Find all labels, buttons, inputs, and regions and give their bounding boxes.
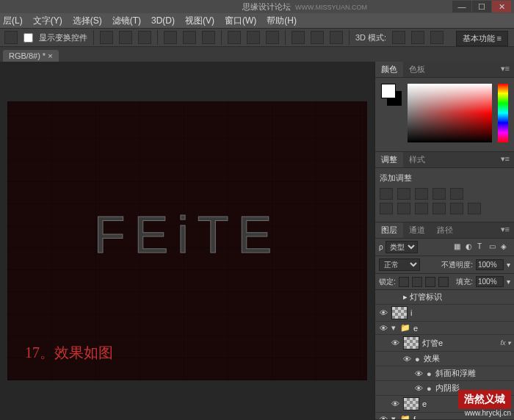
tool-preset-icon[interactable] (4, 31, 18, 44)
visibility-icon[interactable]: 👁 (378, 324, 388, 333)
align-icon[interactable] (119, 31, 132, 44)
hue-slider[interactable] (498, 84, 508, 142)
brightness-icon[interactable] (380, 188, 393, 200)
menu-3d[interactable]: 3D(D) (151, 15, 175, 26)
color-picker[interactable] (408, 84, 492, 142)
menu-filter[interactable]: 滤镜(T) (112, 15, 141, 27)
fx-badge[interactable]: fx ▾ (500, 339, 511, 347)
tab-adjustments[interactable]: 调整 (375, 152, 403, 167)
menu-select[interactable]: 选择(S) (73, 15, 102, 27)
distribute-icon[interactable] (292, 31, 305, 44)
visibility-icon[interactable]: 👁 (413, 384, 424, 393)
vibrance-icon[interactable] (450, 188, 463, 200)
3d-mode-icon[interactable] (392, 31, 405, 44)
visibility-icon[interactable]: 👁 (390, 399, 400, 408)
align-icon[interactable] (138, 31, 151, 44)
layer-name[interactable]: 效果 (424, 353, 511, 364)
lock-pixels-icon[interactable] (412, 277, 422, 287)
opacity-dropdown-icon[interactable]: ▾ (507, 261, 510, 269)
mixer-icon[interactable] (450, 203, 463, 214)
document-tab[interactable]: RGB/8#) * × (3, 50, 59, 62)
canvas[interactable]: FEiTE 17。效果如图 (7, 101, 367, 380)
lookup-icon[interactable] (468, 203, 481, 214)
curves-icon[interactable] (415, 188, 428, 200)
layer-row[interactable]: ▸ 灯管标识 (375, 290, 514, 305)
layer-row[interactable]: 👁●效果 (375, 352, 514, 366)
filter-adjust-icon[interactable]: ◐ (466, 242, 475, 252)
layer-name[interactable]: ▸ 灯管标识 (403, 292, 511, 303)
exposure-icon[interactable] (432, 188, 446, 200)
panel-menu-icon[interactable]: ▾≡ (496, 62, 514, 77)
panel-menu-icon[interactable]: ▾≡ (496, 152, 514, 167)
show-transform-checkbox[interactable] (23, 33, 33, 43)
minimize-button[interactable]: — (452, 1, 471, 12)
tab-paths[interactable]: 路径 (431, 222, 459, 238)
3d-mode-icon[interactable] (430, 31, 444, 44)
layer-row[interactable]: 👁灯管efx ▾ (375, 335, 514, 352)
folder-arrow-icon[interactable]: ▾ (391, 323, 397, 333)
layer-row[interactable]: 👁▾📁f (375, 413, 514, 420)
layer-name[interactable]: 斜面和浮雕 (435, 368, 511, 379)
filter-kind-icon[interactable]: ρ (379, 243, 383, 251)
workspace-selector[interactable]: 基本功能 ≡ (456, 31, 508, 46)
menu-view[interactable]: 视图(V) (185, 15, 214, 27)
lock-all-icon[interactable] (438, 277, 449, 287)
menu-help[interactable]: 帮助(H) (267, 15, 297, 27)
lock-transparent-icon[interactable] (399, 277, 409, 287)
lock-position-icon[interactable] (425, 277, 435, 287)
tab-channels[interactable]: 通道 (403, 222, 431, 238)
menu-text[interactable]: 文字(Y) (33, 15, 62, 27)
filter-kind-select[interactable]: 类型 (386, 241, 418, 253)
align-icon[interactable] (164, 31, 177, 44)
layer-row[interactable]: 👁●斜面和浮雕 (375, 366, 514, 381)
fill-value[interactable]: 100% (476, 276, 504, 287)
distribute-icon[interactable] (330, 31, 343, 44)
align-icon[interactable] (100, 31, 113, 44)
fill-dropdown-icon[interactable]: ▾ (507, 278, 510, 286)
visibility-icon[interactable]: 👁 (390, 338, 400, 347)
tab-styles[interactable]: 样式 (403, 152, 431, 167)
menu-layer[interactable]: 层(L) (3, 15, 23, 27)
filter-shape-icon[interactable]: ▭ (489, 242, 499, 252)
levels-icon[interactable] (397, 188, 410, 200)
align-icon[interactable] (183, 31, 196, 44)
layer-row[interactable]: 👁●内阴影 (375, 381, 514, 396)
filter-pixel-icon[interactable]: ▦ (454, 242, 463, 252)
distribute-icon[interactable] (228, 31, 241, 44)
visibility-icon[interactable]: 👁 (402, 355, 412, 363)
layer-name[interactable]: e (413, 324, 511, 333)
foreground-swatch[interactable] (381, 84, 396, 98)
menu-window[interactable]: 窗口(W) (225, 15, 256, 27)
filter-text-icon[interactable]: T (477, 242, 487, 252)
filter-smart-icon[interactable]: ◈ (501, 242, 510, 252)
hue-icon[interactable] (380, 203, 393, 214)
maximize-button[interactable]: ☐ (472, 1, 491, 12)
opacity-value[interactable]: 100% (476, 259, 504, 270)
3d-mode-icon[interactable] (411, 31, 424, 44)
visibility-icon[interactable]: 👁 (413, 369, 424, 378)
tab-color[interactable]: 颜色 (375, 62, 403, 77)
layer-name[interactable]: 灯管e (422, 338, 497, 349)
layer-row[interactable]: 👁▾📁e (375, 322, 514, 335)
panel-menu-icon[interactable]: ▾≡ (496, 222, 514, 238)
visibility-icon[interactable]: 👁 (378, 415, 388, 421)
layer-name[interactable]: i (410, 308, 511, 317)
blend-mode-select[interactable]: 正常 (379, 258, 420, 271)
layer-name[interactable]: 内阴影 (435, 383, 511, 394)
folder-arrow-icon[interactable]: ▾ (391, 414, 397, 420)
photo-filter-icon[interactable] (432, 203, 446, 214)
layer-row[interactable]: 👁e (375, 396, 514, 413)
canvas-area[interactable]: FEiTE 17。效果如图 (0, 62, 374, 420)
align-icon[interactable] (202, 31, 215, 44)
tab-swatches[interactable]: 色板 (403, 62, 431, 77)
balance-icon[interactable] (397, 203, 410, 214)
tab-layers[interactable]: 图层 (375, 222, 403, 238)
layer-name[interactable]: e (422, 399, 511, 408)
distribute-icon[interactable] (247, 31, 260, 44)
distribute-icon[interactable] (266, 31, 279, 44)
bw-icon[interactable] (415, 203, 428, 214)
layer-name[interactable]: f (413, 415, 511, 421)
distribute-icon[interactable] (311, 31, 324, 44)
layer-row[interactable]: 👁i (375, 305, 514, 322)
visibility-icon[interactable]: 👁 (378, 308, 388, 317)
